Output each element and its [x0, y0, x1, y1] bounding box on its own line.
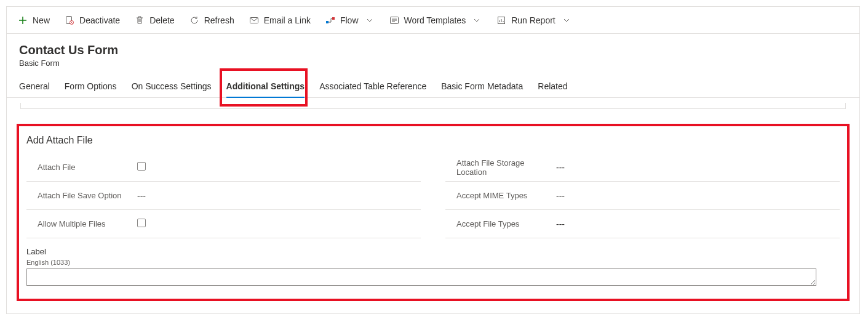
new-label: New [33, 15, 50, 25]
attach-file-checkbox[interactable] [137, 162, 146, 171]
field-storage-location: Attach File Storage Location --- [445, 153, 840, 182]
label-language: English (1033) [26, 259, 840, 266]
new-button[interactable]: New [12, 9, 56, 31]
deactivate-icon [65, 15, 74, 25]
refresh-button[interactable]: Refresh [183, 9, 241, 31]
mime-value[interactable]: --- [556, 191, 840, 201]
previous-section-edge [20, 103, 846, 109]
trash-icon [135, 15, 145, 25]
word-templates-label: Word Templates [404, 15, 466, 25]
field-attach-file: Attach File [26, 153, 421, 182]
storage-label: Attach File Storage Location [445, 158, 556, 177]
label-title: Label [26, 247, 840, 256]
deactivate-label: Deactivate [79, 15, 120, 25]
app-window: New Deactivate Delete Refresh Email a Li… [6, 6, 860, 314]
right-column: Attach File Storage Location --- Accept … [445, 153, 840, 238]
report-icon [496, 15, 506, 25]
tab-additional-settings[interactable]: Additional Settings [226, 76, 305, 97]
delete-label: Delete [149, 15, 174, 25]
field-allow-multiple-files: Allow Multiple Files [26, 210, 421, 238]
refresh-icon [189, 15, 199, 25]
allow-multiple-checkbox[interactable] [137, 219, 146, 227]
flow-icon [325, 15, 335, 25]
tab-related[interactable]: Related [538, 76, 567, 97]
command-bar: New Deactivate Delete Refresh Email a Li… [7, 7, 859, 34]
chevron-down-icon [365, 15, 375, 25]
refresh-label: Refresh [204, 15, 234, 25]
tab-metadata[interactable]: Basic Form Metadata [441, 76, 523, 97]
mime-label: Accept MIME Types [445, 191, 556, 200]
deactivate-button[interactable]: Deactivate [58, 9, 126, 31]
page-header: Contact Us Form Basic Form [7, 34, 859, 68]
chevron-down-icon [562, 15, 571, 25]
save-option-label: Attach File Save Option [26, 191, 137, 200]
word-templates-button[interactable]: Word Templates [383, 9, 488, 31]
tab-on-success[interactable]: On Success Settings [132, 76, 212, 97]
field-accept-mime: Accept MIME Types --- [445, 182, 840, 210]
svg-rect-4 [332, 17, 335, 20]
mail-icon [249, 15, 259, 25]
run-report-label: Run Report [511, 15, 555, 25]
file-types-value[interactable]: --- [556, 219, 840, 229]
email-link-button[interactable]: Email a Link [243, 9, 317, 31]
tab-form-options[interactable]: Form Options [65, 76, 117, 97]
page-subtitle: Basic Form [19, 59, 847, 68]
label-block: Label English (1033) [26, 247, 840, 288]
flow-button[interactable]: Flow [319, 9, 381, 31]
tab-associated-table[interactable]: Associated Table Reference [319, 76, 426, 97]
field-attach-file-save-option: Attach File Save Option --- [26, 182, 421, 210]
left-column: Attach File Attach File Save Option --- … [26, 153, 421, 238]
delete-button[interactable]: Delete [129, 9, 180, 31]
attach-file-label: Attach File [26, 163, 137, 172]
email-link-label: Email a Link [264, 15, 311, 25]
tab-general[interactable]: General [19, 76, 50, 97]
page-title: Contact Us Form [19, 42, 847, 57]
svg-rect-3 [326, 21, 328, 23]
label-textarea[interactable] [26, 268, 816, 286]
tab-bar: General Form Options On Success Settings… [7, 68, 859, 98]
add-attach-file-section: Add Attach File Attach File Attach File … [17, 124, 850, 301]
plus-icon [18, 15, 28, 25]
section-title: Add Attach File [26, 135, 840, 146]
allow-multiple-label: Allow Multiple Files [26, 219, 137, 228]
field-accept-file-types: Accept File Types --- [445, 210, 840, 238]
word-icon [389, 15, 399, 25]
content-area: Add Attach File Attach File Attach File … [7, 98, 859, 313]
save-option-value[interactable]: --- [137, 191, 421, 201]
storage-value[interactable]: --- [556, 163, 840, 172]
run-report-button[interactable]: Run Report [490, 9, 578, 31]
chevron-down-icon [472, 15, 482, 25]
flow-label: Flow [340, 15, 359, 25]
file-types-label: Accept File Types [445, 219, 556, 228]
